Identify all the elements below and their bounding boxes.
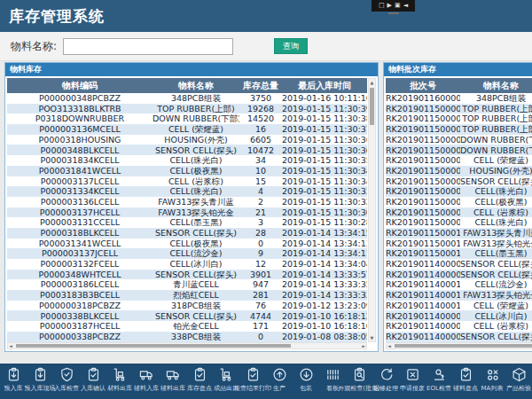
table-row[interactable]: RK2019011400004SENSOR CELL(探头)	[386, 332, 532, 342]
table-row[interactable]: RK2019011500003HOUSING(外壳)	[386, 166, 532, 176]
scroll-down-icon[interactable]: ▼	[369, 334, 375, 341]
scrollbar-thumb[interactable]	[395, 344, 532, 348]
scrollbar-thumb[interactable]	[370, 88, 374, 125]
table-row[interactable]: P000031334KCELLCELL(珠光白)42019-01-15 11:3…	[7, 186, 367, 197]
table-row[interactable]: RK2019011500006CELL(极夜黑)	[386, 197, 532, 207]
vertical-scrollbar[interactable]: ▲ ▼	[368, 78, 376, 342]
toolbar-item-14[interactable]: 外观检查(批量)	[346, 364, 372, 393]
table-row[interactable]: RK2019011400005CELL (岩浆棕)	[386, 321, 532, 332]
table-row[interactable]: P000003137JCELLCELL(流沙金)92019-01-14 13:3…	[7, 248, 367, 259]
table-row[interactable]: P000003136LCELLFAW313探头青川蓝22019-01-15 11…	[7, 197, 367, 207]
table-row[interactable]: RK2019011600001348PCB组装	[386, 93, 532, 104]
table-row[interactable]: P0000348WHTCELLSENSOR CELL(探头)39012019-0…	[7, 270, 367, 280]
table-row[interactable]: P0000318HOUSINGHOUSING(外壳)66052019-01-15…	[7, 135, 367, 145]
scroll-left-icon[interactable]: ◄	[9, 343, 12, 349]
table-row[interactable]: RK2019011500010FAW313探头青川蓝	[386, 228, 532, 239]
microscope-icon	[432, 367, 447, 382]
cell: RK2019011400004	[386, 332, 460, 342]
table-row[interactable]: P000003137HCELLFAW313探头铂光金212019-01-15 1…	[7, 207, 367, 218]
toolbar-item-20[interactable]: 产品检验	[505, 364, 532, 393]
table-row[interactable]: RK2019011500007CELL(珠光白)	[386, 186, 532, 197]
table-row[interactable]: RK2019011400009SENSOR CELL(探头)	[386, 259, 532, 270]
table-row[interactable]: P0000348BLKCELLSENSOR CELL(探头)104722019-…	[7, 145, 367, 155]
horizontal-scrollbar[interactable]: ◄ ►	[7, 342, 367, 349]
table-row[interactable]: RK2019011500002DOWN RUBBER(下部)	[386, 145, 532, 155]
table-row[interactable]: RK2019011500012CELL(墨玉黑)	[386, 248, 532, 259]
cell: CELL(墨玉黑)	[460, 248, 532, 259]
toolbar-item-17[interactable]: EOL检查	[426, 364, 452, 393]
toolbar-item-18[interactable]: 辅料盘点	[452, 364, 479, 393]
table-row[interactable]: RK2019011400011CELL(流沙金)	[386, 279, 532, 290]
toolbar-item-3[interactable]: 入库检查	[53, 364, 80, 393]
horizontal-scrollbar[interactable]: ◄ ►	[386, 342, 532, 349]
cell: SENSOR CELL(探头)	[153, 228, 239, 239]
table-row[interactable]: RK2019011500009CELL(珠光白)	[386, 217, 532, 228]
table-row[interactable]: P0000338BLKCELLSENSOR CELL(探头)47442019-0…	[7, 310, 367, 321]
toolbar-item-7[interactable]: 辅料出库	[160, 364, 186, 393]
toolbar-item-15[interactable]: 返修处理	[372, 364, 399, 393]
toolbar-item-16[interactable]: 申请报废	[399, 364, 426, 393]
table-row[interactable]: P000000318PCBZZ318PCB组装762019-01-12 13:2…	[7, 301, 367, 311]
query-button[interactable]: 查询	[274, 38, 308, 54]
cell: 2019-01-08 08:38:05	[282, 332, 367, 342]
toolbar-item-11[interactable]: 生产	[266, 364, 293, 393]
audio-icon[interactable]: ◄	[403, 3, 408, 9]
table-row[interactable]: P000031341WCELLCELL(极夜黑)02019-01-14 13:3…	[7, 239, 367, 249]
table-row[interactable]: P000003136MCELLCELL (荣耀蓝)162019-01-15 11…	[7, 124, 367, 135]
scrollbar-thumb[interactable]	[16, 344, 291, 348]
table-row[interactable]: P000000348PCBZZ348PCB组装37502019-01-16 10…	[7, 93, 367, 104]
table-row[interactable]: RK2019011400007CELL(冰川白)	[386, 310, 532, 321]
table-row[interactable]: P000003131CCELLCELL(墨玉黑)32019-01-15 11:3…	[7, 217, 367, 228]
screen-recorder-overlay[interactable]: □▶▣◄	[372, 0, 415, 12]
scroll-left-icon[interactable]: ◄	[387, 343, 391, 349]
toolbar-item-19[interactable]: MA列表	[479, 364, 505, 393]
toolbar-item-8[interactable]: 库存盘点	[186, 364, 213, 393]
table-row[interactable]: P000003137LCELLCELL (岩浆棕)152019-01-15 11…	[7, 176, 367, 187]
screenshot-icon[interactable]: ▣	[395, 3, 401, 9]
cell: 2019-01-14 13:34:13	[282, 239, 367, 249]
table-row[interactable]: RK2019011500001TOP RUBBER(上部)	[386, 104, 532, 114]
cell: CELL(珠光白)	[460, 186, 532, 197]
toolbar-item-2[interactable]: 预入库现场	[27, 364, 53, 393]
table-row[interactable]: RK2019011500005SENSOR CELL(探头)	[386, 176, 532, 187]
table-row[interactable]: P0003183B3BCELL烈焰红CELL2812019-01-14 13:3…	[7, 290, 367, 301]
truck-icon	[139, 367, 154, 382]
exit-icon[interactable]: □	[379, 3, 385, 9]
toolbar-item-6[interactable]: 辅料入库	[133, 364, 160, 393]
table-row[interactable]: P000003186LCELL青川蓝CELL9472019-01-14 13:3…	[7, 279, 367, 290]
table-row[interactable]: P000000338PCBZZ338PCB组装02019-01-08 08:38…	[7, 332, 367, 342]
toolbar-item-4[interactable]: 入库确认	[80, 364, 106, 393]
table-row[interactable]: RK2019011500001TOP RUBBER(上部)	[386, 124, 532, 135]
table-row[interactable]: RK2019011500011FAW313探头铂光金	[386, 239, 532, 249]
toolbar-item-5[interactable]: 材料出库	[106, 364, 133, 393]
cell: 10	[239, 166, 282, 176]
toolbar-item-1[interactable]: 预入库	[0, 364, 27, 393]
table-row[interactable]: RK2019011500008CELL (岩浆棕)	[386, 207, 532, 218]
material-stock-panel: 物料库存 物料编码物料名称库存总量最后入库时间 P000000348PCBZZ3…	[4, 62, 379, 352]
table-row[interactable]: P000031841WCELLCELL(极夜黑)102019-01-15 11:…	[7, 166, 367, 176]
table-row[interactable]: RK2019011400009SENSOR CELL(探头)	[386, 270, 532, 280]
table-row[interactable]: RK2019011400012FAW313探头铂光金	[386, 290, 532, 301]
material-name-input[interactable]	[63, 38, 233, 55]
toolbar-item-10[interactable]: 检查结果打印	[239, 364, 266, 393]
table-row[interactable]: RK2019011500004CELL (荣耀蓝)	[386, 155, 532, 166]
toolbar-item-12[interactable]: 包装	[293, 364, 319, 393]
table-row[interactable]: P0318DOWNRUBBERDOWN RUBBER(下部)145202019-…	[7, 113, 367, 124]
table-row[interactable]: P000003132FCELLCELL(冰川白)122019-01-14 13:…	[7, 259, 367, 270]
table-row[interactable]: RK2019011400013CELL (荣耀蓝)	[386, 301, 532, 311]
cell: CELL (荣耀蓝)	[153, 124, 239, 135]
table-row[interactable]: P000031834KCELLCELL(珠光白)342019-01-15 11:…	[7, 155, 367, 166]
play-icon[interactable]: ▶	[387, 3, 392, 9]
table-row[interactable]: POO313318BLKTRBTOP RUBBER(上部)192682019-0…	[7, 104, 367, 114]
cell: HOUSING(外壳)	[460, 166, 532, 176]
cell: 2019-01-16 10:11:16	[282, 93, 367, 104]
scroll-right-icon[interactable]: ►	[362, 343, 365, 349]
cell: CELL(冰川白)	[460, 310, 532, 321]
scroll-up-icon[interactable]: ▲	[369, 79, 375, 86]
table-row[interactable]: P000003187HCELL铂光金CELL1712019-01-10 16:1…	[7, 321, 367, 332]
cell: 铂光金CELL	[153, 321, 239, 332]
table-row[interactable]: RK2019011500001TOP RUBBER(上部)	[386, 113, 532, 124]
table-row[interactable]: P0000318BLKCELLSENSOR CELL(探头)282019-01-…	[7, 228, 367, 239]
table-row[interactable]: RK2019011500002DOWN RUBBER(下部)	[386, 135, 532, 145]
cell: RK2019011500010	[386, 228, 460, 239]
